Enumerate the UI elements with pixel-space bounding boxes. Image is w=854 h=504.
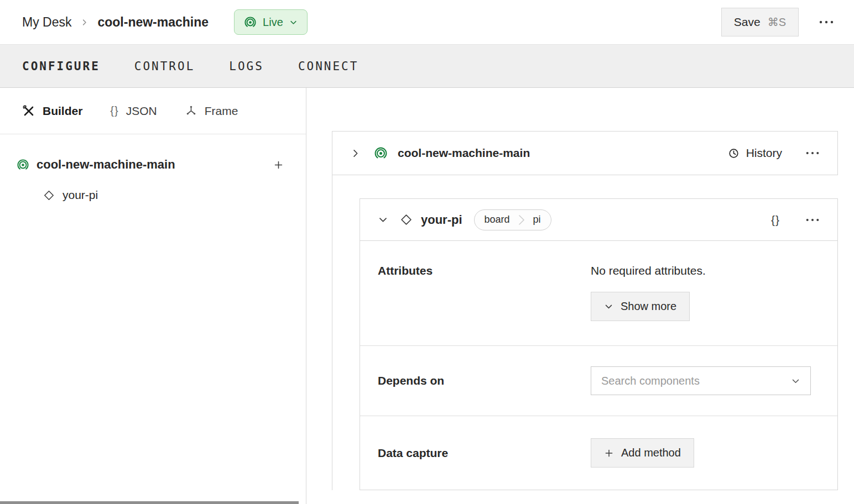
component-card-header: your-pi board pi {}	[360, 199, 837, 241]
live-label: Live	[263, 16, 283, 29]
data-capture-section: Data capture Add method	[360, 416, 837, 490]
machine-tab-bar: CONFIGURE CONTROL LOGS CONNECT	[0, 45, 854, 88]
machine-part-card: cool-new-machine-main History	[332, 131, 838, 175]
attributes-section: Attributes No required attributes. Show …	[360, 241, 837, 346]
history-button[interactable]: History	[727, 146, 782, 160]
tag-pi: pi	[525, 210, 549, 230]
chevron-right-icon	[350, 148, 361, 159]
attributes-empty-text: No required attributes.	[591, 264, 706, 277]
mode-builder[interactable]: Builder	[22, 104, 82, 118]
view-mode-toolbar: Builder {} JSON Frame	[0, 88, 306, 134]
tree-indent-line	[332, 175, 332, 490]
header-overflow-menu-button[interactable]	[815, 17, 837, 28]
tab-configure[interactable]: CONFIGURE	[22, 60, 100, 73]
save-label: Save	[734, 15, 761, 29]
depends-on-select[interactable]: Search components	[591, 366, 811, 395]
breadcrumb-root-link[interactable]: My Desk	[22, 15, 71, 30]
save-button[interactable]: Save ⌘S	[721, 8, 799, 36]
machine-part-icon	[374, 146, 388, 160]
add-method-button[interactable]: Add method	[591, 438, 694, 468]
live-status-dropdown[interactable]: Live	[234, 9, 308, 35]
history-clock-icon	[727, 147, 740, 160]
ellipsis-icon	[819, 20, 834, 24]
part-expand-button[interactable]	[347, 145, 364, 162]
mode-builder-label: Builder	[43, 104, 82, 118]
mode-json-label: JSON	[126, 104, 157, 118]
frame-axes-icon	[185, 104, 197, 117]
top-header: My Desk cool-new-machine Live Save ⌘S	[0, 0, 854, 45]
braces-icon: {}	[110, 104, 118, 117]
history-label: History	[746, 146, 782, 160]
component-json-button[interactable]: {}	[768, 210, 783, 230]
machine-part-icon	[17, 159, 29, 171]
chevron-down-icon	[378, 214, 388, 225]
depends-on-label: Depends on	[378, 374, 591, 387]
data-capture-label: Data capture	[378, 447, 591, 460]
save-shortcut: ⌘S	[768, 15, 786, 29]
tree-component-label: your-pi	[63, 188, 98, 202]
tag-board: board	[477, 210, 518, 230]
builder-tools-icon	[22, 104, 35, 118]
breadcrumb-chevron-icon	[80, 18, 88, 27]
tree-component-your-pi[interactable]: your-pi	[0, 182, 306, 208]
plus-icon	[273, 160, 284, 170]
builder-main-panel: cool-new-machine-main History	[306, 88, 854, 504]
component-card-your-pi: your-pi board pi {}	[360, 198, 838, 490]
component-title: your-pi	[421, 213, 462, 227]
component-overflow-menu-button[interactable]	[802, 214, 823, 225]
breadcrumb-current: cool-new-machine	[97, 15, 209, 30]
tree-machine-label: cool-new-machine-main	[37, 158, 263, 172]
tree-machine-part-row[interactable]: cool-new-machine-main	[0, 152, 306, 177]
part-overflow-menu-button[interactable]	[802, 148, 823, 159]
tab-control[interactable]: CONTROL	[134, 60, 195, 73]
component-type-tags: board pi	[474, 209, 551, 230]
mode-json[interactable]: {} JSON	[110, 104, 157, 118]
machine-part-title: cool-new-machine-main	[398, 146, 530, 160]
add-method-label: Add method	[621, 447, 681, 459]
tab-connect[interactable]: CONNECT	[298, 60, 359, 73]
live-chevron-down-icon	[289, 18, 298, 27]
tab-logs[interactable]: LOGS	[229, 60, 264, 73]
chevron-down-icon	[604, 302, 613, 311]
attributes-label: Attributes	[378, 264, 591, 277]
plus-icon	[604, 448, 614, 458]
component-diamond-icon	[43, 190, 55, 201]
mode-frame[interactable]: Frame	[185, 104, 238, 118]
mode-frame-label: Frame	[205, 104, 238, 118]
config-sidebar: Builder {} JSON Frame	[0, 88, 306, 504]
horizontal-scrollbar[interactable]	[0, 501, 299, 504]
add-component-button[interactable]	[270, 156, 287, 174]
live-broadcast-icon	[244, 16, 257, 29]
breadcrumb: My Desk cool-new-machine	[22, 15, 209, 30]
tag-separator-chevron-icon	[518, 214, 525, 225]
show-more-label: Show more	[621, 300, 676, 313]
machine-tree: cool-new-machine-main your-pi	[0, 134, 306, 208]
depends-on-placeholder: Search components	[601, 375, 700, 387]
ellipsis-icon	[805, 218, 820, 222]
show-more-button[interactable]: Show more	[591, 292, 690, 321]
component-diamond-icon	[400, 213, 413, 226]
component-collapse-button[interactable]	[374, 211, 392, 228]
depends-on-section: Depends on Search components	[360, 346, 837, 416]
ellipsis-icon	[805, 151, 820, 155]
select-chevron-down-icon	[791, 376, 800, 386]
